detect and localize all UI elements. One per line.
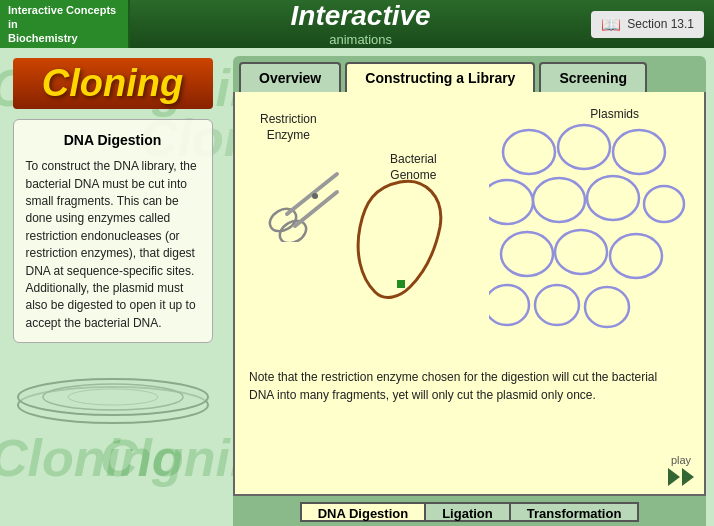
app-title: Interactive animations [130,1,591,47]
bottom-tab-ligation[interactable]: Ligation [426,502,511,522]
header: Interactive Concepts in Biochemistry Int… [0,0,714,48]
info-box: DNA Digestion To construct the DNA libra… [13,119,213,343]
plasmids-label: Plasmids [590,107,639,123]
svg-point-11 [558,125,610,169]
bottom-tab-transformation[interactable]: Transformation [511,502,640,522]
svg-point-17 [501,232,553,276]
svg-point-16 [644,186,684,222]
book-icon: 📖 [601,15,621,34]
play-area: play [668,454,694,486]
svg-point-14 [533,178,585,222]
svg-point-20 [489,285,529,325]
bottom-tab-dna-digestion[interactable]: DNA Digestion [300,502,427,522]
bottom-tabs: DNA Digestion Ligation Transformation [233,496,706,526]
svg-line-6 [287,174,337,214]
play-button[interactable] [668,468,694,486]
svg-point-21 [535,285,579,325]
scissors-icon [265,152,345,246]
play-label: play [671,454,691,466]
content-wrapper: Cloning Cloning Cloning Cloning Cloning … [0,48,714,526]
animation-area: Restriction Enzyme [233,92,706,496]
play-triangle-2 [682,468,694,486]
info-title: DNA Digestion [26,130,200,150]
left-panel: Cloning DNA Digestion To construct the D… [0,48,225,526]
tab-bar: Overview Constructing a Library Screenin… [233,56,706,92]
svg-point-13 [489,180,533,224]
cloning-title: Cloning [13,58,213,109]
diagram: Restriction Enzyme [245,102,694,362]
svg-point-19 [610,234,662,278]
logo-line2: Biochemistry [8,32,78,44]
genome-blob [345,172,455,322]
svg-point-12 [613,130,665,174]
play-triangle-1 [668,468,680,486]
info-text: To construct the DNA library, the bacter… [26,158,200,332]
svg-point-15 [587,176,639,220]
logo-line1: Interactive Concepts in [8,4,116,30]
svg-rect-9 [397,280,405,288]
svg-point-8 [312,193,318,199]
restriction-enzyme-label: Restriction Enzyme [260,112,317,143]
section-text: Section 13.1 [627,17,694,31]
tab-screening[interactable]: Screening [539,62,647,92]
main-area: Overview Constructing a Library Screenin… [225,48,714,526]
note-text: Note that the restriction enzyme chosen … [245,362,685,408]
svg-point-18 [555,230,607,274]
tab-overview[interactable]: Overview [239,62,341,92]
main-title: Interactive [130,1,591,32]
svg-point-22 [585,287,629,327]
petri-dish-illustration [13,355,213,425]
section-label: 📖 Section 13.1 [591,11,704,38]
app-logo: Interactive Concepts in Biochemistry [0,0,130,48]
tab-constructing[interactable]: Constructing a Library [345,62,535,92]
sub-title: animations [130,32,591,47]
svg-point-10 [503,130,555,174]
plasmids-diagram [489,122,689,342]
